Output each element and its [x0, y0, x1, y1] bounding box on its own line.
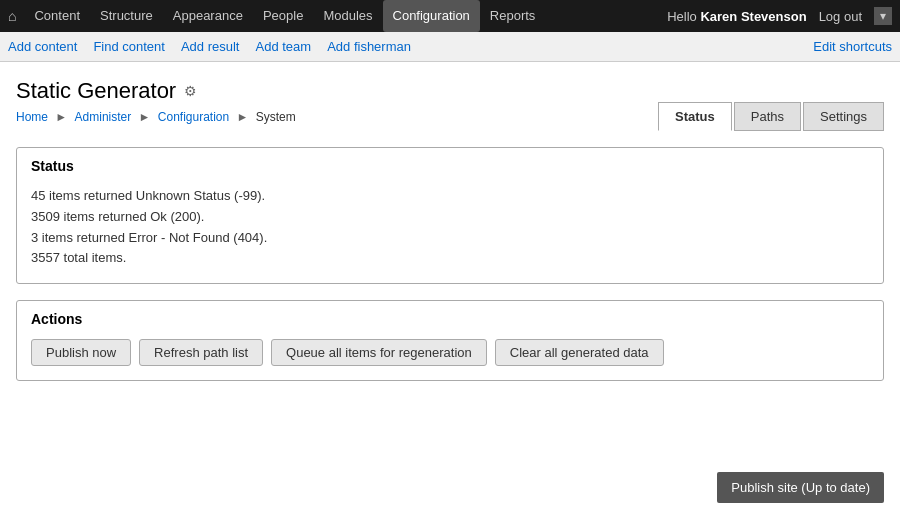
status-line-3: 3 items returned Error - Not Found (404)…: [31, 228, 869, 249]
page-settings-icon[interactable]: ⚙: [184, 83, 197, 99]
page-title-row: Static Generator ⚙: [16, 78, 884, 104]
nav-item-modules[interactable]: Modules: [313, 0, 382, 32]
tab-settings[interactable]: Settings: [803, 102, 884, 131]
status-line-2: 3509 items returned Ok (200).: [31, 207, 869, 228]
add-content-link[interactable]: Add content: [8, 39, 77, 54]
top-navigation: ⌂ Content Structure Appearance People Mo…: [0, 0, 900, 32]
actions-box: Actions Publish now Refresh path list Qu…: [16, 300, 884, 381]
add-result-link[interactable]: Add result: [181, 39, 240, 54]
actions-box-title: Actions: [17, 301, 883, 333]
queue-all-items-button[interactable]: Queue all items for regeneration: [271, 339, 487, 366]
nav-item-reports[interactable]: Reports: [480, 0, 546, 32]
add-fisherman-link[interactable]: Add fisherman: [327, 39, 411, 54]
nav-item-content[interactable]: Content: [24, 0, 90, 32]
actions-row: Publish now Refresh path list Queue all …: [17, 333, 883, 380]
add-team-link[interactable]: Add team: [255, 39, 311, 54]
more-button[interactable]: ▾: [874, 7, 892, 25]
secondary-navigation: Add content Find content Add result Add …: [0, 32, 900, 62]
status-box: Status 45 items returned Unknown Status …: [16, 147, 884, 284]
status-box-title: Status: [17, 148, 883, 180]
clear-all-data-button[interactable]: Clear all generated data: [495, 339, 664, 366]
find-content-link[interactable]: Find content: [93, 39, 165, 54]
nav-items: Content Structure Appearance People Modu…: [24, 0, 667, 32]
main-content: Status 45 items returned Unknown Status …: [16, 147, 884, 381]
content-area: Status Paths Settings Status 45 items re…: [0, 138, 900, 381]
nav-item-configuration[interactable]: Configuration: [383, 0, 480, 32]
tab-paths[interactable]: Paths: [734, 102, 801, 131]
edit-shortcuts-link[interactable]: Edit shortcuts: [813, 39, 892, 54]
status-line-4: 3557 total items.: [31, 248, 869, 269]
status-line-1: 45 items returned Unknown Status (-99).: [31, 186, 869, 207]
nav-item-structure[interactable]: Structure: [90, 0, 163, 32]
tab-status[interactable]: Status: [658, 102, 732, 131]
page-title: Static Generator: [16, 78, 176, 104]
username: Karen Stevenson: [700, 9, 806, 24]
top-right-section: Hello Karen Stevenson Log out ▾: [667, 7, 892, 25]
nav-item-appearance[interactable]: Appearance: [163, 0, 253, 32]
status-box-content: 45 items returned Unknown Status (-99). …: [17, 180, 883, 283]
nav-item-people[interactable]: People: [253, 0, 313, 32]
publish-now-button[interactable]: Publish now: [31, 339, 131, 366]
home-icon[interactable]: ⌂: [8, 8, 16, 24]
hello-text: Hello Karen Stevenson: [667, 9, 806, 24]
tabs-row: Status Paths Settings: [16, 102, 884, 131]
logout-link[interactable]: Log out: [819, 9, 862, 24]
refresh-path-list-button[interactable]: Refresh path list: [139, 339, 263, 366]
